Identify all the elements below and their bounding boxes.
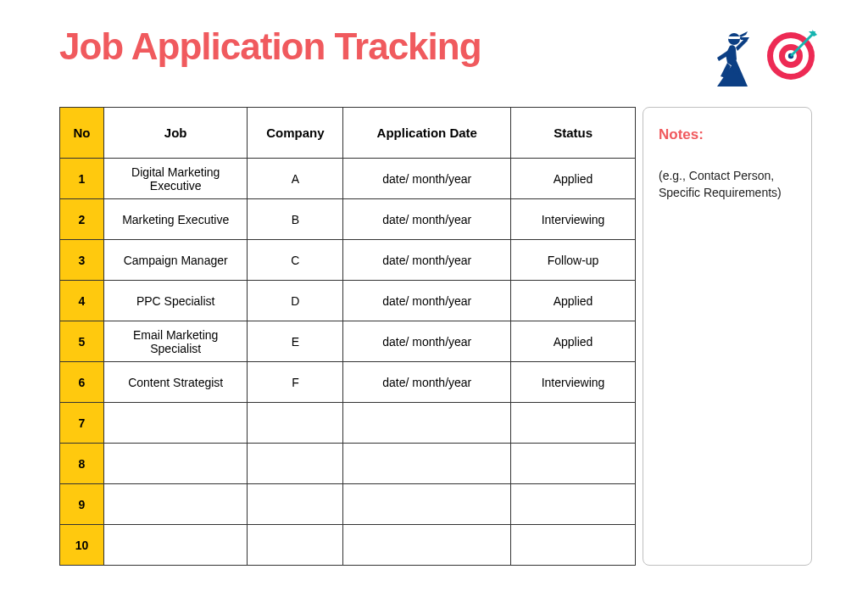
table-row: 7: [60, 403, 636, 444]
col-header-status: Status: [511, 108, 636, 159]
cell-company: [248, 525, 343, 566]
table-row: 5Email Marketing SpecialistEdate/ month/…: [60, 321, 636, 362]
cell-status: [511, 484, 636, 525]
cell-company: [248, 403, 343, 444]
cell-company: F: [248, 362, 343, 403]
table-row: 1Digital Marketing ExecutiveAdate/ month…: [60, 159, 636, 199]
cell-no: 5: [60, 321, 104, 362]
cell-date: date/ month/year: [343, 281, 511, 321]
table-row: 10: [60, 525, 636, 566]
cell-no: 2: [60, 199, 104, 240]
table-row: 2Marketing ExecutiveBdate/ month/yearInt…: [60, 199, 636, 240]
cell-date: date/ month/year: [343, 321, 511, 362]
notes-title: Notes:: [659, 126, 796, 143]
page-title: Job Application Tracking: [59, 25, 481, 68]
cell-company: D: [248, 281, 343, 321]
notes-panel: Notes: (e.g., Contact Person, Specific R…: [643, 107, 812, 566]
cell-job: Email Marketing Specialist: [103, 321, 247, 362]
cell-status: [511, 403, 636, 444]
cell-job: [103, 444, 247, 484]
cell-no: 10: [60, 525, 104, 566]
table-row: 4PPC SpecialistDdate/ month/yearApplied: [60, 281, 636, 321]
cell-date: date/ month/year: [343, 362, 511, 403]
cell-status: Applied: [511, 321, 636, 362]
cell-job: [103, 403, 247, 444]
cell-no: 9: [60, 484, 104, 525]
climber-icon: [702, 25, 758, 90]
cell-no: 1: [60, 159, 104, 199]
cell-job: Digital Marketing Executive: [103, 159, 247, 199]
cell-company: C: [248, 240, 343, 281]
cell-no: 3: [60, 240, 104, 281]
table-header-row: No Job Company Application Date Status: [60, 108, 636, 159]
cell-status: Applied: [511, 159, 636, 199]
header-icons: [702, 25, 817, 90]
cell-company: [248, 444, 343, 484]
cell-company: [248, 484, 343, 525]
cell-company: E: [248, 321, 343, 362]
cell-date: [343, 403, 511, 444]
cell-job: [103, 525, 247, 566]
cell-date: date/ month/year: [343, 159, 511, 199]
cell-no: 6: [60, 362, 104, 403]
cell-job: PPC Specialist: [103, 281, 247, 321]
cell-status: [511, 525, 636, 566]
cell-date: date/ month/year: [343, 199, 511, 240]
cell-status: Follow-up: [511, 240, 636, 281]
cell-job: Content Strategist: [103, 362, 247, 403]
cell-company: A: [248, 159, 343, 199]
svg-rect-1: [728, 36, 740, 39]
cell-no: 4: [60, 281, 104, 321]
cell-status: [511, 444, 636, 484]
cell-no: 8: [60, 444, 104, 484]
target-icon: [765, 30, 817, 86]
table-row: 9: [60, 484, 636, 525]
cell-status: Applied: [511, 281, 636, 321]
cell-date: date/ month/year: [343, 240, 511, 281]
cell-job: [103, 484, 247, 525]
cell-job: Campaign Manager: [103, 240, 247, 281]
tracking-table: No Job Company Application Date Status 1…: [59, 107, 636, 566]
col-header-job: Job: [103, 108, 247, 159]
cell-company: B: [248, 199, 343, 240]
cell-job: Marketing Executive: [103, 199, 247, 240]
cell-date: [343, 444, 511, 484]
col-header-date: Application Date: [343, 108, 511, 159]
cell-date: [343, 525, 511, 566]
table-row: 6Content StrategistFdate/ month/yearInte…: [60, 362, 636, 403]
cell-date: [343, 484, 511, 525]
cell-status: Interviewing: [511, 362, 636, 403]
col-header-company: Company: [248, 108, 343, 159]
table-row: 3Campaign ManagerCdate/ month/yearFollow…: [60, 240, 636, 281]
cell-no: 7: [60, 403, 104, 444]
cell-status: Interviewing: [511, 199, 636, 240]
col-header-no: No: [60, 108, 104, 159]
notes-body: (e.g., Contact Person, Specific Requirem…: [659, 167, 796, 202]
table-row: 8: [60, 444, 636, 484]
